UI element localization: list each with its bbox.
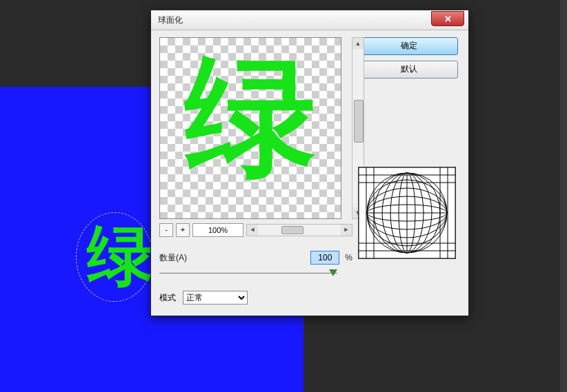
amount-label: 数量(A) bbox=[159, 252, 187, 264]
ok-button[interactable]: 确定 bbox=[360, 37, 458, 55]
canvas-brush-text: 绿 bbox=[86, 223, 155, 289]
mode-select[interactable]: 正常 bbox=[183, 291, 248, 305]
filter-preview[interactable]: 绿 bbox=[159, 37, 341, 219]
preview-horizontal-scrollbar[interactable]: ◄ ► bbox=[246, 224, 352, 236]
zoom-in-button[interactable]: + bbox=[176, 223, 190, 237]
amount-slider[interactable] bbox=[159, 270, 337, 277]
scroll-right-icon[interactable]: ► bbox=[341, 225, 352, 236]
app-stage: 绿 球面化 ✕ 绿 ▲ bbox=[0, 0, 567, 392]
dialog-title: 球面化 bbox=[151, 14, 183, 26]
close-button[interactable]: ✕ bbox=[431, 11, 464, 26]
spherize-grid-preview bbox=[358, 167, 456, 259]
zoom-level-field[interactable]: 100% bbox=[192, 223, 243, 237]
dialog-body: 绿 ▲ ▼ - + 100% ◄ bbox=[151, 30, 468, 316]
slider-thumb-icon[interactable] bbox=[329, 269, 337, 276]
default-button[interactable]: 默认 bbox=[360, 61, 458, 79]
dialog-titlebar[interactable]: 球面化 ✕ bbox=[151, 10, 468, 30]
vscroll-thumb[interactable] bbox=[354, 100, 364, 143]
amount-input[interactable]: 100 bbox=[310, 251, 339, 265]
sphere-grid-icon bbox=[359, 167, 455, 258]
amount-unit: % bbox=[345, 253, 352, 262]
hscroll-thumb[interactable] bbox=[281, 226, 304, 234]
preview-brush-text: 绿 bbox=[185, 52, 316, 183]
scroll-left-icon[interactable]: ◄ bbox=[247, 225, 258, 236]
slider-track bbox=[159, 273, 337, 274]
zoom-out-button[interactable]: - bbox=[159, 223, 173, 237]
spherize-dialog: 球面化 ✕ 绿 ▲ ▼ bbox=[150, 10, 469, 316]
close-icon: ✕ bbox=[444, 14, 452, 24]
mode-label: 模式 bbox=[159, 292, 176, 304]
scroll-up-icon[interactable]: ▲ bbox=[352, 38, 364, 49]
right-edge-strip bbox=[560, 0, 567, 392]
